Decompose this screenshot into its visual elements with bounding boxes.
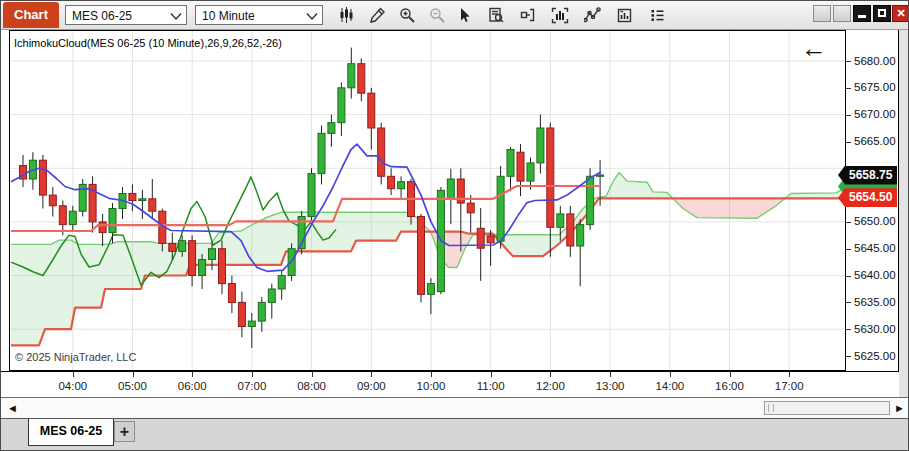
price-tick [846, 329, 851, 330]
zoom-in-button[interactable] [394, 4, 420, 27]
candlestick-chart-icon [338, 7, 355, 24]
price-axis[interactable]: 5680.005675.005670.005665.005650.005645.… [846, 30, 899, 371]
draw-button[interactable] [364, 4, 390, 27]
marker-red-badge: 5654.50 [838, 188, 897, 207]
time-axis-label: 06:00 [170, 380, 214, 392]
price-tick [846, 276, 851, 277]
bar-chart-brackets-icon [551, 7, 569, 24]
price-axis-label: 5625.00 [854, 350, 896, 362]
drawing-tools-button[interactable] [579, 4, 605, 27]
price-axis-label: 5670.00 [854, 108, 896, 120]
indicators-button[interactable] [547, 4, 573, 27]
price-tick [846, 61, 851, 62]
time-axis-label: 12:00 [528, 380, 572, 392]
scroll-left-icon[interactable]: ◄ [7, 401, 18, 415]
price-axis-label: 5635.00 [854, 296, 896, 308]
scrollbar-thumb[interactable] [764, 401, 890, 415]
indicator-label: IchimokuCloud(MES 06-25 (10 Minute),26,9… [14, 37, 282, 49]
magnifier-plus-icon [399, 7, 416, 24]
time-axis-label: 13:00 [588, 380, 632, 392]
time-tick [192, 372, 193, 377]
magnifier-minus-icon [429, 7, 446, 24]
price-axis-label: 5675.00 [854, 81, 896, 93]
time-axis-label: 04:00 [51, 380, 95, 392]
time-axis-label: 09:00 [349, 380, 393, 392]
maximize-icon [878, 9, 886, 17]
time-axis-label: 07:00 [230, 380, 274, 392]
instrument-dropdown[interactable]: MES 06-25 [65, 5, 187, 25]
price-axis-label: 5680.00 [854, 55, 896, 67]
last-price-badge: 5658.75 [838, 166, 897, 185]
time-tick [789, 372, 790, 377]
time-tick [670, 372, 671, 377]
zigzag-line-icon [584, 7, 601, 24]
data-series-button[interactable] [483, 4, 509, 27]
properties-button[interactable] [611, 4, 637, 27]
scroll-to-latest-arrow-icon[interactable]: ← [801, 35, 827, 61]
tab-mes-06-25[interactable]: MES 06-25 [28, 419, 114, 446]
chart-trader-icon [520, 7, 537, 24]
time-axis[interactable]: 04:0005:0006:0007:0008:0009:0010:0011:00… [1, 371, 899, 398]
time-tick [610, 372, 611, 377]
price-axis-label: 5665.00 [854, 135, 896, 147]
price-tick [846, 302, 851, 303]
right-scroll-strip [899, 30, 908, 397]
add-tab-button[interactable]: + [114, 421, 135, 442]
interval-dropdown-value: 10 Minute [202, 6, 255, 26]
time-axis-label: 05:00 [111, 380, 155, 392]
chart-trader-button[interactable] [515, 4, 541, 27]
minimize-button[interactable] [853, 5, 871, 22]
time-axis-label: 16:00 [708, 380, 752, 392]
price-tick [846, 142, 851, 143]
price-axis-label: 5640.00 [854, 269, 896, 281]
close-button[interactable]: ✕ [892, 5, 909, 22]
time-tick [730, 372, 731, 377]
time-axis-label: 14:00 [648, 380, 692, 392]
price-tick [846, 356, 851, 357]
price-tick [846, 249, 851, 250]
chart-style-button[interactable] [333, 4, 359, 27]
copyright-text: © 2025 NinjaTrader, LLC [15, 351, 136, 363]
price-tick [846, 115, 851, 116]
log-button[interactable] [644, 4, 670, 27]
time-tick [312, 372, 313, 377]
price-axis-label: 5650.00 [854, 215, 896, 227]
titlebar-button-blank-1[interactable] [813, 5, 831, 22]
chevron-down-icon [306, 12, 318, 21]
titlebar: Chart MES 06-25 10 Minute [1, 1, 908, 30]
maximize-button[interactable] [873, 5, 891, 22]
chart-plot-area[interactable] [9, 30, 846, 371]
bullet-list-icon [649, 7, 666, 24]
price-axis-label: 5630.00 [854, 323, 896, 335]
price-tick [846, 222, 851, 223]
time-axis-label: 08:00 [290, 380, 334, 392]
titlebar-button-blank-2[interactable] [833, 5, 851, 22]
time-axis-label: 17:00 [767, 380, 811, 392]
pointer-icon [456, 7, 473, 24]
cursor-button[interactable] [451, 4, 477, 27]
horizontal-scrollbar[interactable]: ◄ ► [1, 397, 908, 418]
minimize-icon [858, 15, 866, 18]
instrument-dropdown-value: MES 06-25 [72, 6, 132, 26]
price-axis-label: 5645.00 [854, 242, 896, 254]
pencil-icon [369, 7, 386, 24]
time-tick [73, 372, 74, 377]
ninjatrader-chart-window: Chart MES 06-25 10 Minute [0, 0, 909, 451]
time-tick [431, 372, 432, 377]
time-tick [491, 372, 492, 377]
time-tick [133, 372, 134, 377]
time-tick [371, 372, 372, 377]
clipboard-chart-icon [616, 7, 633, 24]
chart-window-tab[interactable]: Chart [3, 2, 59, 28]
scroll-right-icon[interactable]: ► [894, 401, 905, 415]
time-axis-label: 11:00 [469, 380, 513, 392]
time-axis-label: 10:00 [409, 380, 453, 392]
document-magnifier-icon [487, 7, 505, 24]
interval-dropdown[interactable]: 10 Minute [195, 5, 323, 25]
close-icon: ✕ [896, 7, 905, 19]
zoom-out-button[interactable] [424, 4, 450, 27]
price-tick [846, 88, 851, 89]
time-tick [550, 372, 551, 377]
time-tick [252, 372, 253, 377]
document-tab-bar: MES 06-25 + [1, 418, 908, 451]
